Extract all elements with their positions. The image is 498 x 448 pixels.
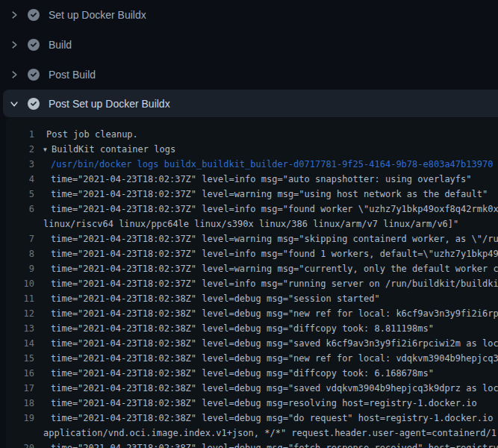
log-line-text: time="2021-04-23T18:02:38Z" level=debug … [51,353,498,364]
log-line-number[interactable] [9,426,34,441]
step-row-build[interactable]: Build [0,30,498,60]
log-line: 7 ▼time="2021-04-23T18:02:37Z" level=war… [9,231,498,246]
log-line-text: time="2021-04-23T18:02:38Z" level=debug … [51,308,498,319]
check-circle-icon [28,39,40,51]
step-label: Build [49,39,72,51]
step-row-post-build[interactable]: Post Build [0,60,498,90]
log-line-text: time="2021-04-23T18:02:37Z" level=info m… [51,279,498,289]
check-circle-icon [28,98,40,110]
log-line: 8 ▼time="2021-04-23T18:02:37Z" level=inf… [9,246,498,261]
steps-list: Set up Docker Buildx Build Post Build [0,0,498,118]
log-line-number[interactable]: 6 [9,202,34,217]
log-line-number[interactable]: 11 [9,291,34,306]
chevron-down-icon[interactable] [10,99,19,108]
log-lines: 1 ▼Post job cleanup. 2 ▼BuildKit contain… [9,127,498,448]
group-toggle-triangle-icon[interactable]: ▼ [43,143,52,158]
log-line-text: time="2021-04-23T18:02:38Z" level=debug … [51,383,498,393]
log-line: 19 ▼time="2021-04-23T18:02:38Z" level=de… [9,411,498,426]
log-line: 18 ▼time="2021-04-23T18:02:38Z" level=de… [9,396,498,411]
step-label: Post Set up Docker Buildx [49,98,170,110]
log-line-text: time="2021-04-23T18:02:38Z" level=debug … [51,398,477,408]
log-line: 10 ▼time="2021-04-23T18:02:37Z" level=in… [9,276,498,291]
log-line: 16 ▼time="2021-04-23T18:02:38Z" level=de… [9,366,498,381]
log-line-text: Post job cleanup. [46,129,138,140]
log-line-text: linux/riscv64 linux/ppc64le linux/s390x … [43,219,458,229]
log-panel: 1 ▼Post job cleanup. 2 ▼BuildKit contain… [6,118,498,448]
log-line-text: time="2021-04-23T18:02:38Z" level=debug … [51,293,380,304]
chevron-right-icon[interactable] [10,40,19,49]
log-line: 9 ▼time="2021-04-23T18:02:37Z" level=war… [9,261,498,276]
log-line-number[interactable]: 19 [9,411,34,426]
log-line: 15 ▼time="2021-04-23T18:02:38Z" level=de… [9,351,498,366]
log-line-number[interactable]: 16 [9,366,34,381]
log-line-text: time="2021-04-23T18:02:37Z" level=warnin… [51,189,488,199]
log-line-number[interactable]: 7 [9,231,34,246]
log-line[interactable]: 2 ▼BuildKit container logs [9,142,498,157]
log-line-text: time="2021-04-23T18:02:37Z" level=info m… [51,249,498,259]
chevron-right-icon[interactable] [10,70,19,79]
step-label: Post Build [49,69,96,81]
log-line-text: application/vnd.oci.image.index.v1+json,… [43,428,498,438]
log-line-number[interactable]: 17 [9,381,34,396]
log-line-text: BuildKit container logs [52,144,175,155]
log-line: 1 ▼Post job cleanup. [9,127,498,142]
log-line: 17 ▼time="2021-04-23T18:02:38Z" level=de… [9,381,498,396]
log-line-text: time="2021-04-23T18:02:37Z" level=warnin… [51,264,498,274]
chevron-right-icon[interactable] [10,10,19,19]
log-line-text: time="2021-04-23T18:02:38Z" level=debug … [51,368,434,379]
log-line-text: time="2021-04-23T18:02:38Z" level=debug … [51,338,498,349]
check-circle-icon [28,9,40,21]
log-line-text: time="2021-04-23T18:02:38Z" level=debug … [51,443,498,448]
log-line-text: time="2021-04-23T18:02:38Z" level=debug … [51,323,434,334]
step-label: Set up Docker Buildx [49,9,146,21]
log-line-text: time="2021-04-23T18:02:38Z" level=debug … [51,413,498,423]
log-line: ▼linux/riscv64 linux/ppc64le linux/s390x… [9,217,498,231]
log-line-number[interactable]: 20 [9,441,34,448]
log-line: 3 ▼/usr/bin/docker logs buildx_buildkit_… [9,157,498,172]
log-line-number[interactable]: 2 [9,142,34,157]
log-line-number[interactable]: 9 [9,261,34,276]
log-line-number[interactable]: 14 [9,336,34,351]
log-line-number[interactable]: 18 [9,396,34,411]
log-line-number[interactable]: 12 [9,306,34,321]
check-circle-icon [28,69,40,81]
log-line: 4 ▼time="2021-04-23T18:02:37Z" level=inf… [9,172,498,187]
log-line-number[interactable]: 13 [9,321,34,336]
workflow-log-viewer: Set up Docker Buildx Build Post Build [0,0,498,448]
log-line: 20 ▼time="2021-04-23T18:02:38Z" level=de… [9,441,498,448]
log-line: 11 ▼time="2021-04-23T18:02:38Z" level=de… [9,291,498,306]
log-line: 5 ▼time="2021-04-23T18:02:37Z" level=war… [9,187,498,202]
log-line-number[interactable]: 3 [9,157,34,172]
log-line-text: time="2021-04-23T18:02:37Z" level=info m… [51,204,498,214]
log-line-text: /usr/bin/docker logs buildx_buildkit_bui… [51,159,493,169]
log-line: 6 ▼time="2021-04-23T18:02:37Z" level=inf… [9,202,498,217]
log-line: 12 ▼time="2021-04-23T18:02:38Z" level=de… [9,306,498,321]
log-line-number[interactable] [9,217,34,231]
log-line-number[interactable]: 8 [9,246,34,261]
log-line-number[interactable]: 4 [9,172,34,187]
log-line: 13 ▼time="2021-04-23T18:02:38Z" level=de… [9,321,498,336]
step-row-set-up-docker-buildx[interactable]: Set up Docker Buildx [0,0,498,30]
log-line-number[interactable]: 1 [9,127,34,142]
step-row-post-set-up-docker-buildx[interactable]: Post Set up Docker Buildx [0,90,498,118]
log-line: ▼application/vnd.oci.image.index.v1+json… [9,426,498,441]
log-line-number[interactable]: 10 [9,276,34,291]
log-line-number[interactable]: 15 [9,351,34,366]
log-line-number[interactable]: 5 [9,187,34,202]
log-line: 14 ▼time="2021-04-23T18:02:38Z" level=de… [9,336,498,351]
log-line-text: time="2021-04-23T18:02:37Z" level=info m… [51,174,472,184]
log-line-text: time="2021-04-23T18:02:37Z" level=warnin… [51,234,498,244]
